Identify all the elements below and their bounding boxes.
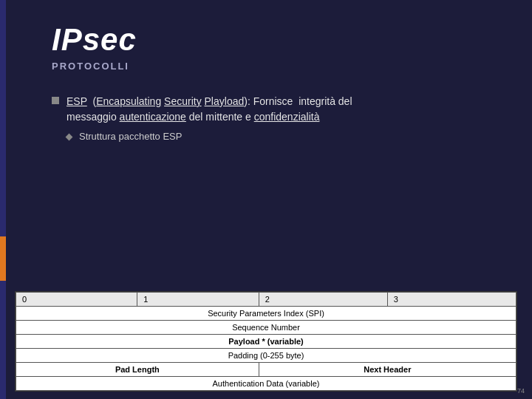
esp-underline: ESP — [66, 95, 87, 107]
bullet-section: ESP (Encapsulating Security Playload): F… — [52, 94, 502, 142]
slide-title: IPsec — [52, 22, 502, 58]
autenticazione-underline: autenticazione — [120, 111, 186, 123]
confidenzialita-underline: confidenzialità — [254, 111, 320, 123]
spi-cell: Security Parameters Index (SPI) — [16, 307, 516, 321]
col-header-1: 1 — [137, 293, 259, 307]
sub-bullet-diamond-icon — [66, 134, 73, 141]
orange-accent-bar — [0, 236, 6, 281]
col-header-3: 3 — [387, 293, 516, 307]
table-row-spi: Security Parameters Index (SPI) — [16, 307, 516, 321]
table-row-seq: Sequence Number — [16, 321, 516, 335]
security-underline: Security — [164, 95, 202, 107]
esp-table-container: 0 1 2 3 Security Parameters Index (SPI) … — [15, 291, 517, 392]
esp-table: 0 1 2 3 Security Parameters Index (SPI) … — [16, 292, 516, 391]
table-row-auth: Authentication Data (variable) — [16, 377, 516, 391]
next-header-cell: Next Header — [259, 363, 516, 377]
auth-cell: Authentication Data (variable) — [16, 377, 516, 391]
sub-bullet-text: Struttura pacchetto ESP — [79, 131, 182, 142]
slide-content: IPsec PROTOCOLLI ESP (Encapsulating Secu… — [22, 0, 532, 291]
payload-cell: Payload * (variable) — [16, 335, 516, 349]
left-accent-bar — [0, 0, 6, 399]
table-row-pad-next: Pad Length Next Header — [16, 363, 516, 377]
page-number: 74 — [517, 387, 525, 395]
table-header-row: 0 1 2 3 — [16, 293, 516, 307]
col-header-2: 2 — [259, 293, 387, 307]
table-row-padding: Padding (0-255 byte) — [16, 349, 516, 363]
slide-subtitle: PROTOCOLLI — [52, 61, 502, 72]
sub-bullet-item: Struttura pacchetto ESP — [66, 131, 502, 142]
col-header-0: 0 — [16, 293, 137, 307]
bullet-square-icon — [52, 97, 59, 104]
slide: IPsec PROTOCOLLI ESP (Encapsulating Secu… — [0, 0, 532, 399]
main-bullet-item: ESP (Encapsulating Security Playload): F… — [52, 94, 502, 125]
encapsulating-underline: Encapsulating — [96, 95, 161, 107]
table-row-payload: Payload * (variable) — [16, 335, 516, 349]
playload-underline: Playload — [205, 95, 245, 107]
seq-cell: Sequence Number — [16, 321, 516, 335]
padding-cell: Padding (0-255 byte) — [16, 349, 516, 363]
pad-length-cell: Pad Length — [16, 363, 259, 377]
main-bullet-text: ESP (Encapsulating Security Playload): F… — [66, 94, 352, 125]
